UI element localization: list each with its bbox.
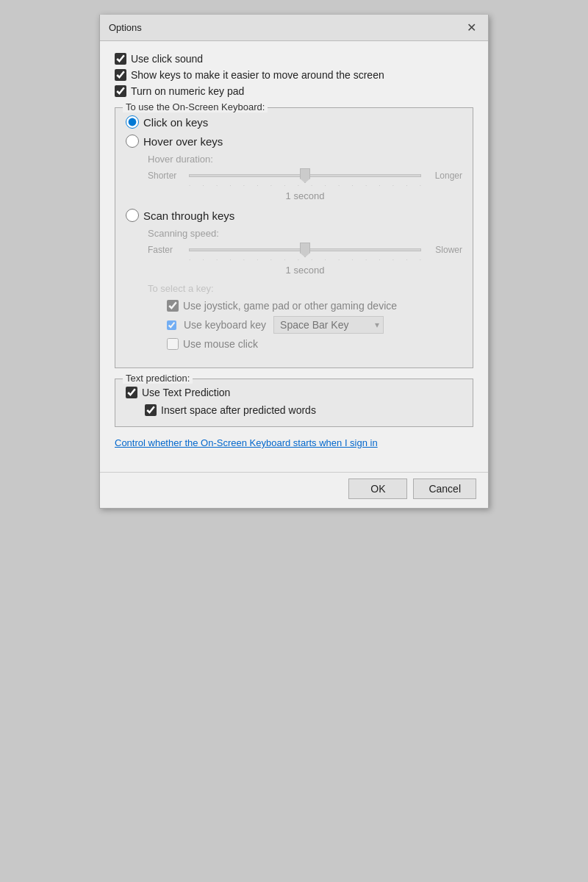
longer-label: Longer	[427, 171, 462, 181]
tick: ·	[202, 182, 204, 189]
tick: ·	[189, 257, 190, 263]
tick: ·	[270, 257, 272, 263]
hover-duration-slider[interactable]	[189, 174, 421, 177]
use-joystick-item: Use joystick, game pad or other gaming d…	[148, 300, 462, 312]
keyboard-group-box: To use the On-Screen Keyboard: Click on …	[115, 107, 473, 368]
shorter-label: Shorter	[148, 171, 183, 181]
show-keys-label[interactable]: Show keys to make it easier to move arou…	[131, 69, 384, 81]
tick: ·	[311, 182, 312, 189]
ok-button[interactable]: OK	[348, 478, 407, 499]
dialog-content: Use click sound Show keys to make it eas…	[100, 41, 488, 472]
scanning-speed-label: Scanning speed:	[148, 228, 462, 239]
use-text-prediction-label[interactable]: Use Text Prediction	[142, 387, 230, 398]
tick: ·	[257, 257, 258, 263]
use-text-prediction-checkbox[interactable]	[126, 387, 137, 398]
use-click-sound-label[interactable]: Use click sound	[131, 53, 203, 65]
scan-tick-dots: · · · · · · · · · · · · · · ·	[189, 257, 421, 263]
tick: ·	[284, 182, 285, 189]
control-startup-link[interactable]: Control whether the On-Screen Keyboard s…	[115, 437, 473, 448]
insert-space-item: Insert space after predicted words	[126, 404, 462, 416]
tick: ·	[392, 257, 394, 263]
tick: ·	[189, 182, 190, 189]
button-row: OK Cancel	[100, 472, 488, 508]
tick: ·	[243, 182, 245, 189]
use-keyboard-key-label[interactable]: Use keyboard key	[184, 319, 266, 331]
scan-through-keys-radio[interactable]	[126, 209, 139, 222]
insert-space-label[interactable]: Insert space after predicted words	[161, 404, 316, 416]
tick: ·	[216, 257, 218, 263]
numeric-keypad-label[interactable]: Turn on numeric key pad	[131, 85, 244, 97]
tick: ·	[325, 257, 326, 263]
use-joystick-checkbox[interactable]	[167, 300, 179, 312]
use-mouse-click-label[interactable]: Use mouse click	[183, 338, 258, 350]
cancel-button[interactable]: Cancel	[413, 478, 476, 499]
hover-over-keys-item: Hover over keys	[126, 135, 462, 148]
tick: ·	[229, 257, 231, 263]
hover-over-keys-radio[interactable]	[126, 135, 139, 148]
tick: ·	[298, 257, 299, 263]
tick: ·	[406, 182, 407, 189]
tick: ·	[243, 257, 245, 263]
faster-label: Faster	[148, 245, 183, 255]
tick: ·	[298, 182, 299, 189]
tick: ·	[365, 257, 367, 263]
tick: ·	[392, 182, 394, 189]
tick: ·	[338, 182, 340, 189]
insert-space-checkbox[interactable]	[145, 404, 157, 416]
tick: ·	[338, 257, 340, 263]
use-joystick-label[interactable]: Use joystick, game pad or other gaming d…	[183, 300, 397, 312]
tick: ·	[257, 182, 258, 189]
tick: ·	[284, 257, 285, 263]
hover-duration-label: Hover duration:	[148, 154, 462, 165]
use-click-sound-checkbox[interactable]	[115, 53, 126, 65]
tick: ·	[351, 257, 353, 263]
hover-tick-dots: · · · · · · · · · · · · · · ·	[189, 182, 421, 189]
tick: ·	[365, 182, 367, 189]
tick: ·	[325, 182, 326, 189]
hover-ticks: · · · · · · · · · · · · · · ·	[148, 182, 462, 189]
scan-through-keys-item: Scan through keys	[126, 209, 462, 222]
use-click-sound-item: Use click sound	[115, 53, 473, 65]
tick: ·	[420, 257, 421, 263]
use-mouse-click-checkbox[interactable]	[167, 338, 179, 350]
hover-slider-container: Shorter Longer	[148, 171, 462, 181]
use-keyboard-key-checkbox[interactable]	[167, 320, 176, 330]
click-on-keys-radio[interactable]	[126, 115, 139, 129]
select-key-label: To select a key:	[148, 283, 462, 294]
use-text-prediction-item: Use Text Prediction	[126, 387, 462, 398]
click-on-keys-label[interactable]: Click on keys	[143, 116, 208, 129]
title-bar: Options ✕	[100, 15, 488, 41]
keyboard-key-select[interactable]: Space Bar Key Enter Key Tab Key	[273, 316, 384, 334]
show-keys-checkbox[interactable]	[115, 69, 126, 81]
tick: ·	[379, 257, 380, 263]
show-keys-item: Show keys to make it easier to move arou…	[115, 69, 473, 81]
hover-value: 1 second	[148, 190, 462, 201]
tick: ·	[351, 182, 353, 189]
scan-through-keys-label[interactable]: Scan through keys	[143, 209, 234, 222]
tick: ·	[379, 182, 380, 189]
close-button[interactable]: ✕	[463, 20, 479, 36]
tick: ·	[420, 182, 421, 189]
tick: ·	[270, 182, 272, 189]
scanning-speed-slider[interactable]	[189, 248, 421, 251]
scan-value: 1 second	[148, 265, 462, 276]
text-prediction-group-label: Text prediction:	[123, 373, 193, 384]
tick: ·	[406, 257, 407, 263]
numeric-keypad-item: Turn on numeric key pad	[115, 85, 473, 97]
top-checkboxes: Use click sound Show keys to make it eas…	[115, 53, 473, 97]
use-mouse-click-item: Use mouse click	[148, 338, 462, 350]
tick: ·	[216, 182, 218, 189]
numeric-keypad-checkbox[interactable]	[115, 85, 126, 97]
slower-label: Slower	[427, 245, 462, 255]
dialog-title: Options	[109, 22, 142, 33]
tick: ·	[229, 182, 231, 189]
use-keyboard-key-item: Use keyboard key Space Bar Key Enter Key…	[148, 316, 462, 334]
options-dialog: Options ✕ Use click sound Show keys to m…	[99, 15, 489, 509]
click-on-keys-item: Click on keys	[126, 115, 462, 129]
scan-slider-container: Faster Slower	[148, 245, 462, 255]
hover-duration-section: Hover duration: Shorter Longer · · · · ·…	[126, 154, 462, 201]
hover-over-keys-label[interactable]: Hover over keys	[143, 135, 223, 148]
tick: ·	[202, 257, 204, 263]
keyboard-group-label: To use the On-Screen Keyboard:	[123, 101, 268, 112]
text-prediction-group-box: Text prediction: Use Text Prediction Ins…	[115, 379, 473, 427]
